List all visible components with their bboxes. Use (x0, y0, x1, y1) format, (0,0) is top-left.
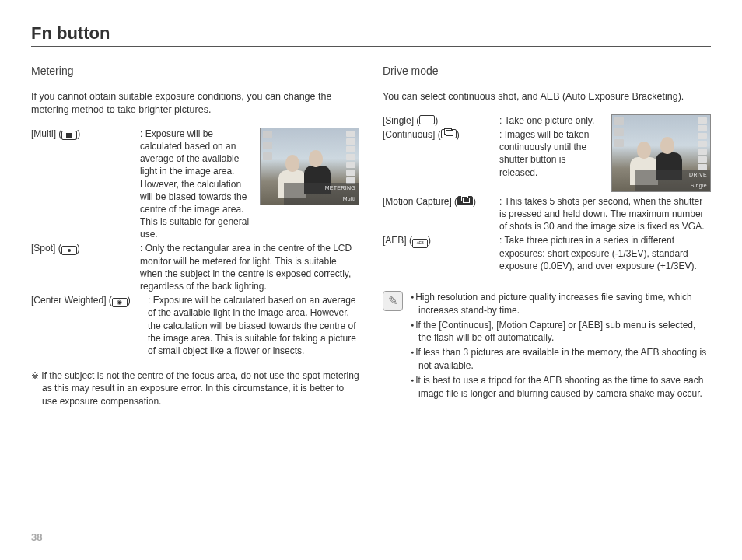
drive-intro: You can select continuous shot, and AEB … (383, 90, 711, 103)
drive-banner-label: DRIVE (635, 170, 710, 180)
metering-spot-label: [Spot] () (31, 242, 140, 292)
metering-spot-desc: : Only the rectangular area in the centr… (140, 242, 359, 292)
metering-multi-desc: : Exposure will be calculated based on a… (140, 128, 254, 241)
drive-motion-label: [Motion Capture] () (383, 195, 499, 233)
drive-note-1: High resolution and picture quality incr… (411, 291, 711, 317)
metering-preview-thumbnail: METERING Multi (260, 128, 359, 205)
drive-note-4: It is best to use a tripod for the AEB s… (411, 374, 711, 401)
drive-note-3: If less than 3 pictures are available in… (411, 346, 711, 373)
drive-heading: Drive mode (383, 65, 711, 79)
metering-note: If the subject is not the centre of the … (31, 369, 359, 408)
drive-banner-value: Single (635, 180, 710, 191)
drive-single-desc: : Take one picture only. (499, 114, 605, 127)
metering-banner-label: METERING (284, 183, 359, 194)
page-number: 38 (31, 531, 42, 543)
spot-icon (61, 246, 77, 255)
metering-center-label: [Center Weighted] () (31, 294, 148, 357)
metering-heading: Metering (31, 65, 359, 79)
drive-continuous-desc: : Images will be taken continuously unti… (499, 128, 605, 179)
motion-capture-icon (457, 196, 473, 205)
single-icon (419, 115, 435, 124)
drive-aeb-desc: : Take three pictures in a series in dif… (499, 234, 711, 272)
drive-preview-thumbnail: DRIVE Single (611, 114, 711, 192)
drive-motion-desc: : This takes 5 shots per second, when th… (499, 195, 711, 233)
metering-intro: If you cannot obtain suitable exposure c… (31, 90, 359, 117)
drive-aeb-label: [AEB] (AEB) (383, 234, 499, 272)
multi-icon (61, 131, 77, 140)
metering-multi-label: [Multi] () (31, 128, 140, 241)
drive-single-label: [Single] () (383, 114, 499, 127)
drive-note-2: If the [Continuous], [Motion Capture] or… (411, 319, 711, 345)
drive-mode-section: Drive mode You can select continuous sho… (383, 65, 711, 408)
page-title: Fn button (31, 23, 711, 47)
continuous-icon (441, 129, 457, 138)
center-weighted-icon (112, 298, 128, 307)
aeb-icon: AEB (412, 239, 428, 248)
metering-banner-value: Multi (284, 194, 359, 205)
metering-center-desc: : Exposure will be calculated based on a… (148, 294, 359, 357)
note-icon: ✎ (383, 291, 403, 311)
metering-section: Metering If you cannot obtain suitable e… (31, 65, 359, 408)
drive-continuous-label: [Continuous] () (383, 128, 499, 179)
drive-notes: High resolution and picture quality incr… (411, 291, 711, 401)
